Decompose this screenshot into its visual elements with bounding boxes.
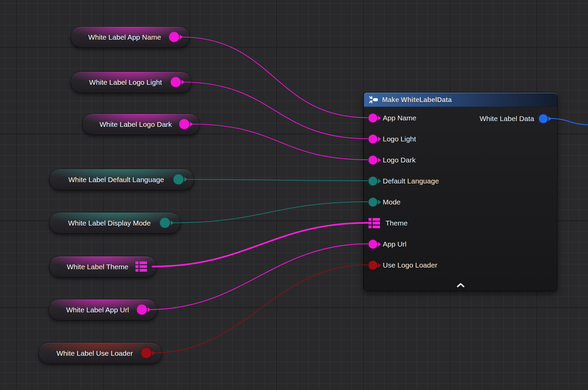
white-label-app-url-node[interactable]: White Label App Url xyxy=(48,299,158,320)
input-pin-theme[interactable] xyxy=(369,218,380,228)
input-pin-label: Use Logo Loader xyxy=(383,261,437,269)
input-pin-label: App Url xyxy=(383,240,406,248)
white-label-use-loader-node[interactable]: White Label Use Loader xyxy=(38,343,162,364)
white-label-app-name-label: White Label App Name xyxy=(88,34,161,41)
make-input-row: Default Language xyxy=(369,175,439,187)
white-label-default-language-output-pin[interactable] xyxy=(173,174,184,184)
white-label-logo-light-node[interactable]: White Label Logo Light xyxy=(70,72,191,93)
input-pin-label: Logo Light xyxy=(383,135,416,143)
chevron-up-icon xyxy=(456,283,465,288)
nodes-layer: Make WhiteLabelData App NameLogo LightLo… xyxy=(0,0,588,390)
white-label-use-loader-label: White Label Use Loader xyxy=(57,350,133,357)
make-node-header[interactable]: Make WhiteLabelData xyxy=(364,93,557,107)
input-pin-app-url[interactable] xyxy=(369,240,377,249)
blueprint-graph-canvas[interactable]: Make WhiteLabelData App NameLogo LightLo… xyxy=(0,0,588,390)
make-input-row: App Url xyxy=(369,238,406,250)
input-pin-label: App Name xyxy=(383,114,416,122)
input-pin-label: Theme xyxy=(385,219,407,227)
collapse-chevron-button[interactable] xyxy=(453,282,468,289)
input-pin-mode[interactable] xyxy=(369,198,377,207)
make-input-row: Use Logo Loader xyxy=(369,259,437,271)
make-output-row: White Label Data xyxy=(480,113,548,124)
make-input-row: Logo Light xyxy=(369,133,416,145)
make-input-row: Logo Dark xyxy=(369,154,416,166)
input-pin-logo-dark[interactable] xyxy=(369,156,377,164)
white-label-display-mode-output-pin[interactable] xyxy=(160,218,170,228)
white-label-logo-light-output-pin[interactable] xyxy=(171,77,181,87)
white-label-display-mode-label: White Label Display Mode xyxy=(68,219,151,227)
white-label-use-loader-output-pin[interactable] xyxy=(141,348,151,358)
make-struct-icon xyxy=(369,96,379,104)
input-pin-label: Default Language xyxy=(383,177,439,185)
white-label-logo-dark-label: White Label Logo Dark xyxy=(100,121,172,128)
white-label-default-language-node[interactable]: White Label Default Language xyxy=(49,169,194,190)
white-label-logo-dark-node[interactable]: White Label Logo Dark xyxy=(82,114,200,135)
white-label-app-url-output-pin[interactable] xyxy=(137,305,147,315)
input-pin-logo-light[interactable] xyxy=(369,135,377,143)
make-input-row: Mode xyxy=(369,196,401,208)
input-pin-default-language[interactable] xyxy=(369,177,377,186)
white-label-app-name-output-pin[interactable] xyxy=(169,32,179,42)
white-label-app-name-node[interactable]: White Label App Name xyxy=(70,26,190,47)
white-label-theme-label: White Label Theme xyxy=(67,263,128,270)
white-label-theme-node[interactable]: White Label Theme xyxy=(49,256,157,277)
white-label-default-language-label: White Label Default Language xyxy=(68,176,164,183)
input-pin-app-name[interactable] xyxy=(369,114,377,122)
output-pin-label: White Label Data xyxy=(480,115,534,123)
make-whitelabeldata-node[interactable]: Make WhiteLabelData App NameLogo LightLo… xyxy=(363,92,558,291)
make-input-row: Theme xyxy=(369,217,407,229)
input-pin-use-logo-loader[interactable] xyxy=(369,261,377,270)
white-label-theme-output-pin[interactable] xyxy=(135,261,147,272)
make-node-title: Make WhiteLabelData xyxy=(382,96,452,104)
input-pin-label: Mode xyxy=(383,198,401,206)
white-label-logo-light-label: White Label Logo Light xyxy=(89,79,162,86)
input-pin-label: Logo Dark xyxy=(383,156,416,164)
output-pin-white-label-data[interactable] xyxy=(539,114,548,123)
white-label-display-mode-node[interactable]: White Label Display Mode xyxy=(49,212,181,233)
white-label-logo-dark-output-pin[interactable] xyxy=(179,119,189,129)
white-label-app-url-label: White Label App Url xyxy=(66,306,129,313)
make-input-row: App Name xyxy=(369,112,416,124)
